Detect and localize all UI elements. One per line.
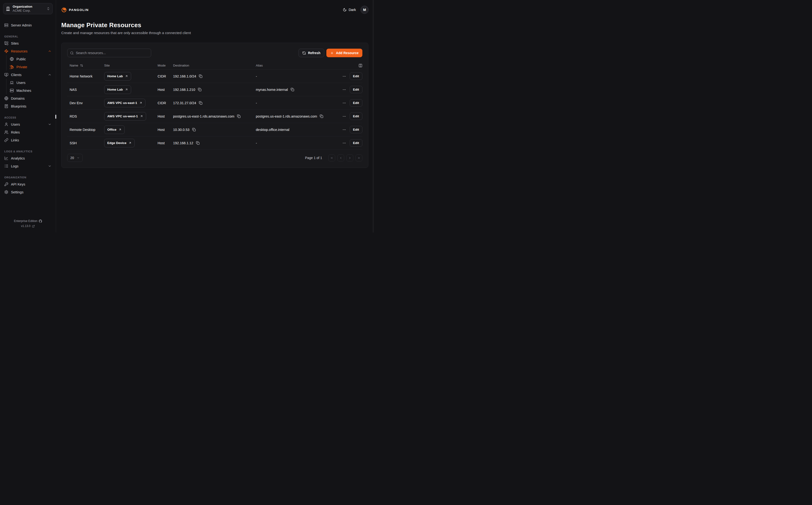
ellipsis-icon <box>342 128 346 132</box>
row-actions-button[interactable] <box>342 101 346 105</box>
gear-icon <box>4 190 8 194</box>
version-link[interactable]: v1.13.0 <box>3 224 53 229</box>
avatar[interactable]: M <box>361 6 369 14</box>
copy-destination-button[interactable] <box>237 115 240 118</box>
sidebar-item-settings[interactable]: Settings <box>3 188 53 196</box>
page-size-select[interactable]: 20 <box>67 154 83 162</box>
receipt-icon <box>4 104 8 108</box>
sidebar-item-client-users[interactable]: Users <box>9 79 53 87</box>
sidebar-item-links[interactable]: Links <box>3 136 53 144</box>
edit-button[interactable]: Edit <box>350 113 363 120</box>
site-link-button[interactable]: AWS VPC us-east-1 <box>104 99 146 107</box>
copy-destination-button[interactable] <box>198 88 201 91</box>
previous-page-button[interactable] <box>337 155 344 161</box>
sidebar-item-label: Roles <box>11 130 51 134</box>
section-label-organization: ORGANIZATION <box>3 176 53 179</box>
site-link-button[interactable]: Home Lab <box>104 72 131 80</box>
edit-button[interactable]: Edit <box>350 139 363 147</box>
ellipsis-icon <box>342 115 346 118</box>
chevron-up-icon <box>48 73 51 76</box>
first-page-button[interactable] <box>328 155 335 161</box>
sidebar-item-logs[interactable]: Logs <box>3 162 53 170</box>
building-icon <box>6 6 10 11</box>
refresh-button[interactable]: Refresh <box>298 49 324 57</box>
sidebar-item-public[interactable]: Public <box>9 55 53 63</box>
globe-lock-icon <box>10 65 14 69</box>
sidebar-item-label: Users <box>11 123 45 126</box>
sidebar-item-clients[interactable]: Clients <box>3 71 53 79</box>
sidebar-item-users[interactable]: Users <box>3 121 53 128</box>
chevron-down-icon <box>48 164 51 168</box>
row-actions-button[interactable] <box>342 141 346 145</box>
section-label-access: ACCESS <box>3 116 53 119</box>
chevron-down-icon <box>77 156 79 159</box>
sidebar-item-api-keys[interactable]: API Keys <box>3 180 53 188</box>
site-link-button[interactable]: Edge Device <box>104 139 135 147</box>
sidebar-item-blueprints[interactable]: Blueprints <box>3 102 53 110</box>
version-label: v1.13.0 <box>21 224 30 229</box>
sidebar-item-analytics[interactable]: Analytics <box>3 154 53 162</box>
add-resource-button[interactable]: Add Resource <box>327 49 362 57</box>
edit-button[interactable]: Edit <box>350 86 363 93</box>
row-actions-button[interactable] <box>342 88 346 92</box>
resource-alias: - <box>256 141 257 145</box>
copy-destination-button[interactable] <box>199 101 202 105</box>
copy-alias-button[interactable] <box>290 88 294 91</box>
sidebar-item-domains[interactable]: Domains <box>3 95 53 102</box>
brand-logo[interactable]: PANGOLIN <box>61 7 89 13</box>
sidebar-resize-handle[interactable] <box>55 115 56 119</box>
column-header-name[interactable]: Name <box>69 64 104 67</box>
resource-mode: Host <box>158 141 173 145</box>
chevron-down-icon <box>48 123 51 126</box>
arrow-up-right-icon <box>125 88 128 91</box>
sidebar-item-machines[interactable]: Machines <box>9 87 53 95</box>
resource-name: NAS <box>69 88 104 92</box>
copy-destination-button[interactable] <box>199 74 202 78</box>
edit-button[interactable]: Edit <box>350 99 363 107</box>
sidebar-item-label: API Keys <box>11 182 51 186</box>
row-actions-button[interactable] <box>342 128 346 132</box>
sidebar-item-server-admin[interactable]: Server Admin <box>3 21 53 29</box>
row-actions-button[interactable] <box>342 74 346 78</box>
column-header-site: Site <box>104 64 158 67</box>
copy-icon <box>320 115 323 118</box>
sidebar-item-sites[interactable]: Sites <box>3 39 53 47</box>
columns-icon <box>359 64 362 67</box>
edition-link[interactable]: Enterprise Edition <box>3 219 53 224</box>
site-link-button[interactable]: Home Lab <box>104 86 131 94</box>
last-page-button[interactable] <box>356 155 362 161</box>
site-link-button[interactable]: Office <box>104 126 125 134</box>
sidebar-item-label: Links <box>11 138 51 142</box>
site-link-button[interactable]: AWS VPC us-west-1 <box>104 112 146 121</box>
copy-destination-button[interactable] <box>196 141 200 145</box>
edit-button[interactable]: Edit <box>350 72 363 80</box>
waypoints-icon <box>4 49 8 53</box>
app-root: Organization ACME Corp. Server Admin GEN… <box>0 0 374 232</box>
sidebar-item-private[interactable]: Private <box>9 63 53 71</box>
resources-subnav: Public Private <box>6 55 53 71</box>
resource-destination: postgres.us-east-1.rds.amazonaws.com <box>173 115 234 118</box>
ellipsis-icon <box>342 101 346 105</box>
key-icon <box>4 182 8 186</box>
copy-alias-button[interactable] <box>320 115 323 118</box>
edit-button[interactable]: Edit <box>350 126 363 133</box>
theme-toggle[interactable]: Dark <box>343 8 356 12</box>
row-actions-button[interactable] <box>342 115 346 118</box>
ellipsis-icon <box>342 74 346 78</box>
column-settings-button[interactable] <box>359 64 362 67</box>
sidebar-item-resources[interactable]: Resources <box>3 47 53 55</box>
pangolin-logo-icon <box>61 7 67 13</box>
copy-icon <box>199 74 202 78</box>
org-switcher[interactable]: Organization ACME Corp. <box>3 3 53 14</box>
copy-destination-button[interactable] <box>192 128 196 131</box>
sidebar-footer: Enterprise Edition v1.13.0 <box>3 219 53 229</box>
scrollbar-track[interactable] <box>373 0 374 232</box>
topbar: PANGOLIN Dark M <box>61 6 369 14</box>
column-header-mode: Mode <box>158 64 173 67</box>
resource-mode: Host <box>158 88 173 92</box>
next-page-button[interactable] <box>346 155 353 161</box>
sidebar-item-label: Analytics <box>11 156 51 160</box>
sidebar-item-roles[interactable]: Roles <box>3 128 53 136</box>
search-input[interactable] <box>76 51 148 55</box>
clients-subnav: Users Machines <box>6 79 53 95</box>
